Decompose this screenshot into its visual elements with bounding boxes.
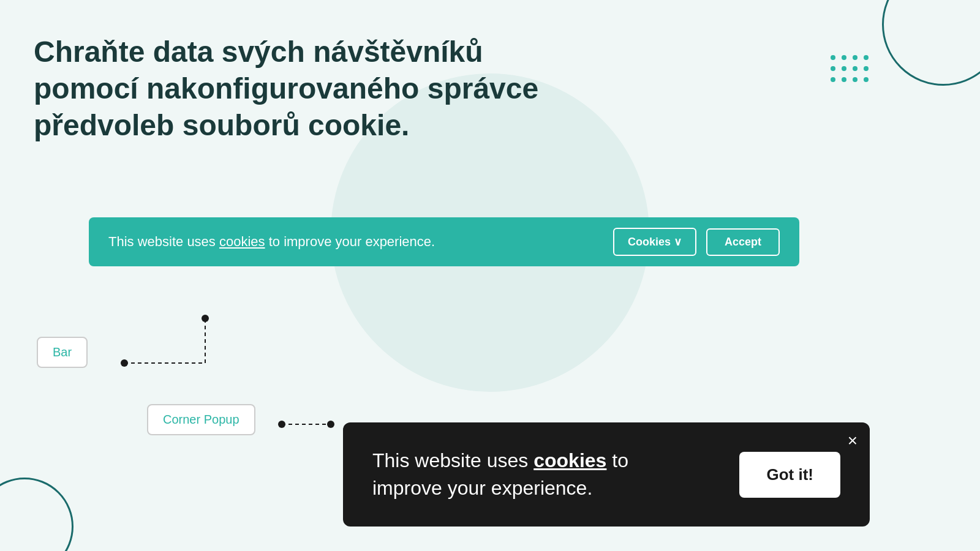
svg-point-4	[278, 421, 285, 428]
cookie-bar-link[interactable]: cookies	[219, 234, 265, 249]
corner-popup-text-before: This website uses	[372, 449, 533, 471]
dot	[864, 55, 869, 60]
cookies-dropdown-button[interactable]: Cookies ∨	[613, 228, 696, 256]
dot	[831, 77, 835, 82]
bg-circle-top-right	[882, 0, 980, 86]
cookie-bar-buttons: Cookies ∨ Accept	[613, 228, 780, 256]
cookie-bar-text-before: This website uses	[108, 234, 219, 249]
dot	[853, 66, 858, 71]
cookie-bar-text-after: to improve your experience.	[265, 234, 435, 249]
diagram-box-corner-popup[interactable]: Corner Popup	[147, 404, 255, 435]
diagram-box-bar[interactable]: Bar	[37, 337, 88, 368]
cookie-bar: This website uses cookies to improve you…	[89, 217, 799, 266]
dot	[842, 66, 846, 71]
dot	[842, 55, 846, 60]
bg-circle-bottom-left	[0, 478, 74, 551]
corner-popup-modal: × This website uses cookies to improve y…	[343, 422, 870, 527]
main-heading: Chraňte data svých návštěvníků pomocí na…	[34, 34, 548, 144]
dot	[831, 66, 835, 71]
dot	[864, 77, 869, 82]
svg-point-3	[202, 315, 209, 322]
svg-point-6	[327, 421, 334, 428]
dot	[853, 55, 858, 60]
dots-grid	[831, 55, 870, 83]
accept-button[interactable]: Accept	[706, 228, 780, 256]
dot	[864, 66, 869, 71]
diagram-box-corner-popup-label: Corner Popup	[163, 413, 239, 426]
dot	[853, 77, 858, 82]
svg-point-0	[121, 359, 128, 367]
diagram-lines	[24, 276, 392, 520]
dot	[842, 77, 846, 82]
cookie-bar-text: This website uses cookies to improve you…	[108, 234, 613, 250]
got-it-button[interactable]: Got it!	[739, 452, 840, 498]
corner-popup-close-button[interactable]: ×	[848, 432, 858, 449]
corner-popup-link[interactable]: cookies	[533, 449, 606, 471]
dot	[831, 55, 835, 60]
corner-popup-text: This website uses cookies to improve you…	[372, 447, 691, 502]
diagram-box-bar-label: Bar	[53, 345, 72, 359]
